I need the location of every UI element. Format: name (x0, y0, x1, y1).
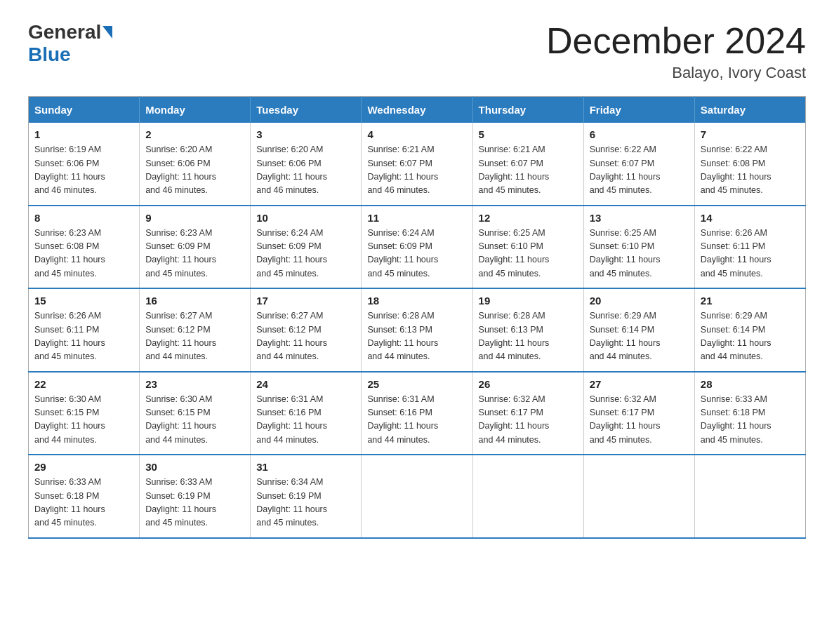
calendar-day-cell: 28Sunrise: 6:33 AMSunset: 6:18 PMDayligh… (694, 372, 805, 455)
calendar-header-cell: Friday (583, 97, 694, 123)
day-info: Sunrise: 6:32 AMSunset: 6:17 PMDaylight:… (479, 393, 578, 448)
calendar-day-cell: 3Sunrise: 6:20 AMSunset: 6:06 PMDaylight… (251, 123, 362, 206)
day-number: 20 (590, 295, 689, 307)
day-number: 19 (479, 295, 578, 307)
calendar-day-cell: 19Sunrise: 6:28 AMSunset: 6:13 PMDayligh… (472, 288, 583, 372)
calendar-day-cell: 26Sunrise: 6:32 AMSunset: 6:17 PMDayligh… (472, 372, 583, 455)
calendar-day-cell: 2Sunrise: 6:20 AMSunset: 6:06 PMDaylight… (140, 123, 251, 206)
day-number: 23 (145, 378, 244, 390)
logo-general-text: General (28, 21, 101, 43)
calendar-day-cell (362, 455, 472, 538)
calendar-day-cell: 7Sunrise: 6:22 AMSunset: 6:08 PMDaylight… (694, 123, 805, 206)
day-number: 28 (701, 378, 800, 390)
day-number: 31 (256, 461, 355, 473)
logo-arrow-icon (102, 26, 112, 39)
page-header: General Blue December 2024 Balayo, Ivory… (28, 21, 806, 82)
calendar-week-row: 8Sunrise: 6:23 AMSunset: 6:08 PMDaylight… (29, 206, 806, 289)
calendar-header-cell: Saturday (694, 97, 805, 123)
day-info: Sunrise: 6:21 AMSunset: 6:07 PMDaylight:… (479, 143, 578, 198)
day-number: 15 (34, 295, 133, 307)
calendar-day-cell: 13Sunrise: 6:25 AMSunset: 6:10 PMDayligh… (583, 206, 694, 289)
title-block: December 2024 Balayo, Ivory Coast (546, 21, 806, 82)
day-number: 18 (367, 295, 466, 307)
day-info: Sunrise: 6:29 AMSunset: 6:14 PMDaylight:… (590, 309, 689, 364)
day-info: Sunrise: 6:32 AMSunset: 6:17 PMDaylight:… (590, 393, 689, 448)
day-info: Sunrise: 6:26 AMSunset: 6:11 PMDaylight:… (34, 309, 133, 364)
day-number: 4 (367, 128, 466, 140)
calendar-day-cell: 16Sunrise: 6:27 AMSunset: 6:12 PMDayligh… (140, 288, 251, 372)
day-number: 9 (145, 212, 244, 224)
calendar-day-cell: 20Sunrise: 6:29 AMSunset: 6:14 PMDayligh… (583, 288, 694, 372)
calendar-day-cell: 10Sunrise: 6:24 AMSunset: 6:09 PMDayligh… (251, 206, 362, 289)
day-info: Sunrise: 6:23 AMSunset: 6:09 PMDaylight:… (145, 227, 244, 281)
day-info: Sunrise: 6:34 AMSunset: 6:19 PMDaylight:… (256, 476, 355, 530)
day-info: Sunrise: 6:26 AMSunset: 6:11 PMDaylight:… (701, 227, 800, 281)
logo: General Blue (28, 21, 114, 66)
calendar-day-cell: 8Sunrise: 6:23 AMSunset: 6:08 PMDaylight… (29, 206, 140, 289)
day-number: 22 (34, 378, 133, 390)
day-number: 17 (256, 295, 355, 307)
day-info: Sunrise: 6:30 AMSunset: 6:15 PMDaylight:… (145, 393, 244, 448)
day-number: 13 (590, 212, 689, 224)
day-number: 27 (590, 378, 689, 390)
calendar-day-cell (472, 455, 583, 538)
calendar-day-cell: 12Sunrise: 6:25 AMSunset: 6:10 PMDayligh… (472, 206, 583, 289)
calendar-table: SundayMondayTuesdayWednesdayThursdayFrid… (28, 96, 806, 539)
day-info: Sunrise: 6:28 AMSunset: 6:13 PMDaylight:… (479, 309, 578, 364)
calendar-header-cell: Sunday (29, 97, 140, 123)
day-info: Sunrise: 6:27 AMSunset: 6:12 PMDaylight:… (256, 309, 355, 364)
calendar-week-row: 22Sunrise: 6:30 AMSunset: 6:15 PMDayligh… (29, 372, 806, 455)
calendar-day-cell: 5Sunrise: 6:21 AMSunset: 6:07 PMDaylight… (472, 123, 583, 206)
calendar-header-cell: Tuesday (251, 97, 362, 123)
day-number: 16 (145, 295, 244, 307)
calendar-day-cell: 9Sunrise: 6:23 AMSunset: 6:09 PMDaylight… (140, 206, 251, 289)
day-info: Sunrise: 6:31 AMSunset: 6:16 PMDaylight:… (367, 393, 466, 448)
day-info: Sunrise: 6:20 AMSunset: 6:06 PMDaylight:… (256, 143, 355, 198)
calendar-day-cell: 24Sunrise: 6:31 AMSunset: 6:16 PMDayligh… (251, 372, 362, 455)
calendar-day-cell (694, 455, 805, 538)
calendar-day-cell: 29Sunrise: 6:33 AMSunset: 6:18 PMDayligh… (29, 455, 140, 538)
calendar-day-cell: 30Sunrise: 6:33 AMSunset: 6:19 PMDayligh… (140, 455, 251, 538)
calendar-day-cell (583, 455, 694, 538)
calendar-day-cell: 18Sunrise: 6:28 AMSunset: 6:13 PMDayligh… (362, 288, 472, 372)
day-info: Sunrise: 6:25 AMSunset: 6:10 PMDaylight:… (479, 227, 578, 281)
day-number: 1 (34, 128, 133, 140)
calendar-day-cell: 22Sunrise: 6:30 AMSunset: 6:15 PMDayligh… (29, 372, 140, 455)
day-number: 24 (256, 378, 355, 390)
day-number: 29 (34, 461, 133, 473)
calendar-header-cell: Wednesday (362, 97, 472, 123)
calendar-day-cell: 17Sunrise: 6:27 AMSunset: 6:12 PMDayligh… (251, 288, 362, 372)
calendar-body: 1Sunrise: 6:19 AMSunset: 6:06 PMDaylight… (29, 123, 806, 538)
day-number: 10 (256, 212, 355, 224)
day-number: 14 (701, 212, 800, 224)
day-number: 11 (367, 212, 466, 224)
calendar-day-cell: 31Sunrise: 6:34 AMSunset: 6:19 PMDayligh… (251, 455, 362, 538)
day-info: Sunrise: 6:28 AMSunset: 6:13 PMDaylight:… (367, 309, 466, 364)
day-info: Sunrise: 6:33 AMSunset: 6:18 PMDaylight:… (701, 393, 800, 448)
calendar-day-cell: 4Sunrise: 6:21 AMSunset: 6:07 PMDaylight… (362, 123, 472, 206)
day-info: Sunrise: 6:30 AMSunset: 6:15 PMDaylight:… (34, 393, 133, 448)
day-info: Sunrise: 6:24 AMSunset: 6:09 PMDaylight:… (256, 227, 355, 281)
day-number: 12 (479, 212, 578, 224)
calendar-week-row: 1Sunrise: 6:19 AMSunset: 6:06 PMDaylight… (29, 123, 806, 206)
calendar-header-cell: Thursday (472, 97, 583, 123)
calendar-header-row: SundayMondayTuesdayWednesdayThursdayFrid… (29, 97, 806, 123)
day-number: 7 (701, 128, 800, 140)
day-number: 30 (145, 461, 244, 473)
calendar-header: SundayMondayTuesdayWednesdayThursdayFrid… (29, 97, 806, 123)
calendar-week-row: 15Sunrise: 6:26 AMSunset: 6:11 PMDayligh… (29, 288, 806, 372)
day-info: Sunrise: 6:21 AMSunset: 6:07 PMDaylight:… (367, 143, 466, 198)
calendar-header-cell: Monday (140, 97, 251, 123)
calendar-day-cell: 27Sunrise: 6:32 AMSunset: 6:17 PMDayligh… (583, 372, 694, 455)
day-info: Sunrise: 6:27 AMSunset: 6:12 PMDaylight:… (145, 309, 244, 364)
day-info: Sunrise: 6:19 AMSunset: 6:06 PMDaylight:… (34, 143, 133, 198)
day-number: 6 (590, 128, 689, 140)
calendar-day-cell: 14Sunrise: 6:26 AMSunset: 6:11 PMDayligh… (694, 206, 805, 289)
day-info: Sunrise: 6:22 AMSunset: 6:08 PMDaylight:… (701, 143, 800, 198)
day-info: Sunrise: 6:20 AMSunset: 6:06 PMDaylight:… (145, 143, 244, 198)
day-info: Sunrise: 6:33 AMSunset: 6:19 PMDaylight:… (145, 476, 244, 530)
day-number: 8 (34, 212, 133, 224)
logo-blue-text: Blue (28, 43, 71, 66)
calendar-day-cell: 6Sunrise: 6:22 AMSunset: 6:07 PMDaylight… (583, 123, 694, 206)
day-info: Sunrise: 6:25 AMSunset: 6:10 PMDaylight:… (590, 227, 689, 281)
